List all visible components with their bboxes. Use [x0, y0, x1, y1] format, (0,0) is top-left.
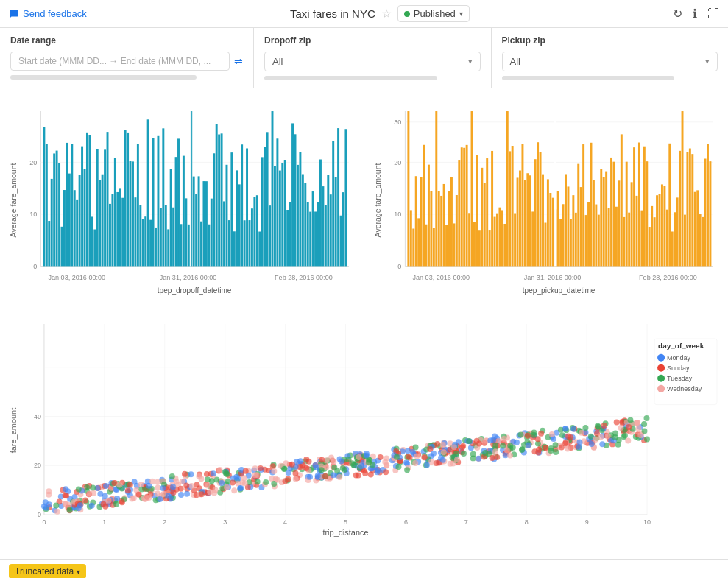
svg-rect-57 — [167, 229, 169, 266]
svg-rect-107 — [294, 134, 297, 266]
svg-rect-169 — [473, 222, 476, 266]
svg-rect-150 — [425, 225, 428, 267]
truncated-data-button[interactable]: Truncated data ▾ — [9, 564, 86, 578]
svg-rect-104 — [286, 210, 289, 266]
star-icon[interactable]: ☆ — [381, 7, 392, 21]
svg-rect-212 — [582, 144, 584, 266]
svg-point-807 — [622, 433, 628, 439]
svg-point-861 — [271, 468, 277, 474]
published-badge[interactable]: Published ▾ — [397, 5, 470, 22]
svg-rect-83 — [233, 231, 236, 266]
pickup-zip-select[interactable]: All ▾ — [502, 52, 718, 71]
svg-rect-220 — [603, 177, 605, 267]
fullscreen-icon[interactable]: ⛶ — [707, 7, 719, 21]
svg-rect-226 — [618, 180, 620, 266]
svg-rect-48 — [144, 216, 146, 266]
svg-rect-118 — [322, 186, 324, 266]
dropoff-zip-label: Dropoff zip — [264, 35, 480, 46]
svg-rect-227 — [621, 134, 623, 266]
svg-text:0: 0 — [38, 511, 41, 518]
svg-point-1063 — [536, 447, 542, 453]
send-feedback-button[interactable]: Send feedback — [9, 8, 87, 19]
dropoff-zip-select[interactable]: All ▾ — [264, 52, 480, 71]
svg-rect-194 — [537, 142, 539, 266]
svg-rect-8 — [43, 127, 45, 266]
svg-point-1004 — [138, 482, 144, 487]
svg-text:tpep_pickup_datetime: tpep_pickup_datetime — [523, 286, 596, 295]
svg-point-949 — [209, 478, 215, 484]
pickup-scrollbar — [502, 76, 675, 80]
svg-rect-158 — [445, 225, 448, 266]
svg-point-884 — [635, 420, 640, 426]
svg-rect-200 — [552, 198, 554, 267]
svg-point-1026 — [349, 460, 355, 466]
svg-rect-164 — [461, 147, 463, 266]
svg-rect-213 — [585, 215, 587, 266]
svg-point-1041 — [605, 433, 611, 439]
svg-point-831 — [281, 466, 287, 472]
svg-rect-232 — [633, 147, 635, 266]
svg-point-991 — [531, 432, 537, 438]
svg-rect-249 — [676, 197, 679, 266]
svg-point-926 — [543, 445, 548, 451]
svg-point-970 — [494, 454, 500, 460]
svg-rect-22 — [79, 175, 81, 267]
svg-rect-89 — [249, 220, 251, 266]
svg-rect-231 — [631, 182, 633, 266]
svg-point-784 — [553, 442, 559, 448]
svg-rect-152 — [430, 191, 432, 266]
svg-text:Tuesday: Tuesday — [667, 375, 693, 382]
svg-rect-202 — [557, 191, 559, 267]
svg-rect-39 — [121, 198, 124, 267]
svg-rect-21 — [76, 200, 78, 267]
svg-point-795 — [517, 431, 523, 437]
svg-point-1007 — [482, 450, 488, 456]
svg-rect-190 — [526, 173, 529, 266]
svg-point-1030 — [237, 485, 243, 491]
svg-text:Jan 03, 2016 00:00: Jan 03, 2016 00:00 — [412, 274, 470, 281]
svg-rect-119 — [325, 205, 327, 267]
svg-rect-185 — [514, 214, 516, 267]
svg-point-1069 — [106, 498, 112, 504]
svg-rect-106 — [291, 123, 294, 266]
svg-point-1077 — [525, 433, 531, 439]
date-input-row: Start date (MMM DD... → End date (MMM DD… — [10, 52, 243, 71]
svg-point-1042 — [507, 452, 513, 458]
svg-point-815 — [207, 489, 213, 495]
svg-rect-127 — [344, 129, 347, 266]
refresh-icon[interactable]: ↻ — [673, 7, 682, 21]
date-scrollbar — [10, 75, 197, 80]
svg-rect-116 — [317, 202, 319, 266]
svg-rect-47 — [142, 219, 144, 267]
svg-point-1098 — [43, 499, 49, 505]
svg-rect-216 — [593, 180, 595, 267]
published-dot — [404, 11, 410, 17]
svg-rect-29 — [96, 149, 99, 267]
svg-rect-52 — [155, 228, 157, 266]
svg-rect-241 — [656, 195, 658, 266]
svg-rect-163 — [458, 160, 460, 266]
date-range-input[interactable]: Start date (MMM DD... → End date (MMM DD… — [10, 52, 230, 71]
svg-rect-260 — [704, 159, 707, 267]
svg-rect-214 — [587, 202, 590, 267]
svg-rect-123 — [335, 177, 337, 267]
svg-rect-145 — [412, 228, 414, 266]
svg-point-1086 — [149, 479, 155, 484]
info-icon[interactable]: ℹ — [693, 7, 697, 21]
svg-rect-100 — [276, 138, 278, 266]
svg-rect-74 — [211, 199, 213, 267]
svg-point-986 — [383, 469, 389, 475]
svg-rect-18 — [68, 174, 71, 267]
svg-point-823 — [378, 454, 384, 460]
svg-rect-251 — [682, 111, 684, 266]
svg-point-847 — [476, 456, 481, 462]
svg-rect-25 — [86, 133, 88, 267]
sync-icon[interactable]: ⇌ — [234, 55, 243, 67]
svg-point-1046 — [119, 499, 125, 505]
svg-point-1020 — [558, 427, 564, 433]
svg-point-998 — [219, 480, 225, 486]
pickup-zip-filter: Pickup zip All ▾ — [492, 28, 728, 88]
svg-rect-223 — [610, 158, 612, 266]
svg-rect-218 — [598, 215, 600, 267]
svg-rect-50 — [149, 220, 152, 267]
